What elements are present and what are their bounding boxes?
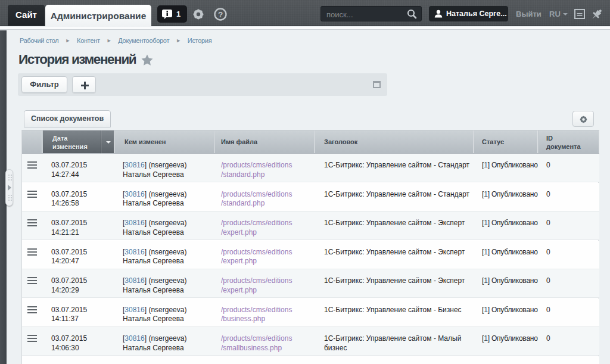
svg-text:?: ? bbox=[218, 10, 223, 19]
